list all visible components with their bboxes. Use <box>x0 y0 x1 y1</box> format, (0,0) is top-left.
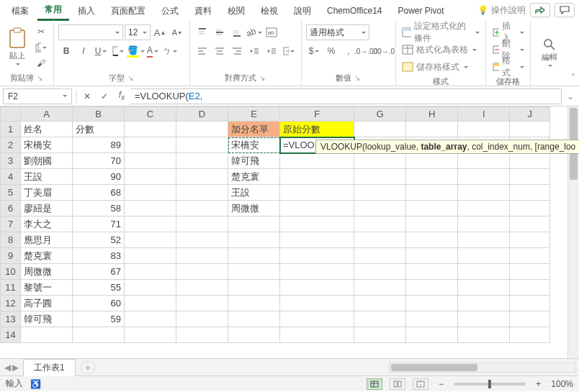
cell-E6[interactable]: 周微微 <box>228 201 280 216</box>
cell-A12[interactable]: 高子圓 <box>21 296 73 311</box>
cell-B10[interactable]: 67 <box>73 264 125 280</box>
comments-button[interactable] <box>555 3 575 17</box>
cell-B2[interactable]: 89 <box>73 137 125 153</box>
cell-A5[interactable]: 丁美眉 <box>21 185 73 201</box>
zoom-out-button[interactable]: − <box>436 379 446 389</box>
bold-button[interactable]: B <box>58 43 74 59</box>
add-sheet-button[interactable]: ＋ <box>80 361 96 374</box>
row-header-7[interactable]: 7 <box>1 216 21 232</box>
cell-F1[interactable]: 原始分數 <box>280 122 354 137</box>
font-color-button[interactable]: A <box>145 43 161 59</box>
tell-me-search[interactable]: 💡 操作說明 <box>477 4 526 17</box>
cut-button[interactable]: ✂ <box>33 24 49 39</box>
row-header-2[interactable]: 2 <box>1 137 21 153</box>
decrease-indent-button[interactable] <box>246 43 262 59</box>
border-button[interactable] <box>110 43 126 59</box>
row-header-12[interactable]: 12 <box>1 296 21 311</box>
italic-button[interactable]: I <box>76 43 91 59</box>
tab-chemoffice[interactable]: ChemOffice14 <box>320 1 389 19</box>
editing-split-button[interactable]: 編輯 <box>535 33 564 73</box>
cell-A9[interactable]: 楚克寰 <box>21 248 73 264</box>
cell-B12[interactable]: 60 <box>73 296 125 311</box>
tab-view[interactable]: 檢視 <box>253 1 285 20</box>
cell-A4[interactable]: 王設 <box>21 169 73 185</box>
confirm-entry-button[interactable]: ✓ <box>96 88 113 104</box>
formula-input[interactable]: =VLOOKUP(E2, <box>130 88 562 104</box>
collapse-ribbon-button[interactable]: ˄ <box>571 73 575 83</box>
underline-button[interactable]: U <box>93 43 109 59</box>
col-header-J[interactable]: J <box>510 107 550 122</box>
insert-function-button[interactable]: fx <box>113 88 130 104</box>
row-header-11[interactable]: 11 <box>1 280 21 296</box>
align-left-button[interactable] <box>194 43 210 59</box>
sheet-nav-next[interactable]: ▶ <box>12 363 19 373</box>
format-cells-button[interactable]: 格式 <box>490 59 526 75</box>
cell-A8[interactable]: 應思月 <box>21 232 73 248</box>
worksheet-grid[interactable]: A B C D E F G H I J 1 姓名 分數 加分名單 原始分數 2 <box>0 106 579 358</box>
conditional-formatting-button[interactable]: 設定格式化的條件 <box>400 24 481 40</box>
cell-B7[interactable]: 71 <box>73 216 125 232</box>
share-button[interactable] <box>530 3 550 17</box>
col-header-B[interactable]: B <box>73 107 125 122</box>
horizontal-scrollbar[interactable] <box>389 363 576 373</box>
accounting-format-button[interactable]: $ <box>306 43 322 59</box>
cell-H1[interactable] <box>406 122 458 137</box>
sheet-nav-prev[interactable]: ◀ <box>4 363 11 373</box>
wrap-text-button[interactable]: ab <box>264 24 279 40</box>
cell-A7[interactable]: 李大之 <box>21 216 73 232</box>
tab-home[interactable]: 常用 <box>37 0 69 21</box>
cell-E1[interactable]: 加分名單 <box>228 122 280 137</box>
row-header-8[interactable]: 8 <box>1 232 21 248</box>
cell-I1[interactable] <box>458 122 510 137</box>
row-header-6[interactable]: 6 <box>1 201 21 216</box>
tab-powerpivot[interactable]: Power Pivot <box>390 1 451 19</box>
accessibility-icon[interactable]: ♿ <box>30 379 41 389</box>
cell-B1[interactable]: 分數 <box>73 122 125 137</box>
row-header-5[interactable]: 5 <box>1 185 21 201</box>
cell-B4[interactable]: 90 <box>73 169 125 185</box>
view-page-break-button[interactable] <box>413 378 428 390</box>
view-normal-button[interactable] <box>367 378 382 390</box>
align-bottom-button[interactable] <box>229 24 245 40</box>
cell-A2[interactable]: 宋橋安 <box>21 137 73 153</box>
clipboard-launcher[interactable]: ↘ <box>35 74 44 82</box>
horizontal-scroll-thumb[interactable] <box>391 364 477 371</box>
col-header-E[interactable]: E <box>228 107 280 122</box>
row-header-9[interactable]: 9 <box>1 248 21 264</box>
fill-color-button[interactable]: 🪣 <box>127 43 143 59</box>
cancel-entry-button[interactable]: ✕ <box>78 88 96 104</box>
cell-B3[interactable]: 70 <box>73 153 125 169</box>
cell-A3[interactable]: 劉朝國 <box>21 153 73 169</box>
increase-font-button[interactable]: A▲ <box>152 24 168 40</box>
sheet-tab-1[interactable]: 工作表1 <box>23 359 76 376</box>
zoom-in-button[interactable]: + <box>533 379 544 389</box>
cell-B11[interactable]: 55 <box>73 280 125 296</box>
tab-insert[interactable]: 插入 <box>71 1 102 20</box>
cell-A1[interactable]: 姓名 <box>21 122 73 137</box>
decrease-font-button[interactable]: A▼ <box>169 24 185 40</box>
align-launcher[interactable]: ↘ <box>258 74 266 82</box>
col-header-A[interactable]: A <box>21 107 73 122</box>
format-painter-button[interactable]: 🖌 <box>33 56 49 70</box>
tab-page-layout[interactable]: 頁面配置 <box>104 1 153 20</box>
cell-G1[interactable] <box>354 122 406 137</box>
expand-formula-bar-button[interactable]: ⌄ <box>562 88 579 104</box>
row-header-14[interactable]: 14 <box>1 327 21 343</box>
cell-E3[interactable]: 韓可飛 <box>228 153 280 169</box>
row-header-3[interactable]: 3 <box>1 153 21 169</box>
font-size-combo[interactable]: 12 <box>125 24 151 40</box>
row-header-4[interactable]: 4 <box>1 169 21 185</box>
merge-button[interactable] <box>281 43 297 59</box>
cell-A13[interactable]: 韓可飛 <box>21 311 73 327</box>
percent-button[interactable]: % <box>323 43 339 59</box>
increase-indent-button[interactable] <box>264 43 279 59</box>
tab-formulas[interactable]: 公式 <box>154 1 186 20</box>
cell-E5[interactable]: 王設 <box>228 185 280 201</box>
tab-help[interactable]: 說明 <box>287 1 318 20</box>
align-top-button[interactable] <box>194 24 210 40</box>
zoom-value[interactable]: 100% <box>551 379 573 389</box>
cell-J1[interactable] <box>510 122 550 137</box>
align-right-button[interactable] <box>229 43 245 59</box>
col-header-H[interactable]: H <box>406 107 458 122</box>
function-tooltip[interactable]: VLOOKUP(lookup_value, table_array, col_i… <box>315 140 579 154</box>
